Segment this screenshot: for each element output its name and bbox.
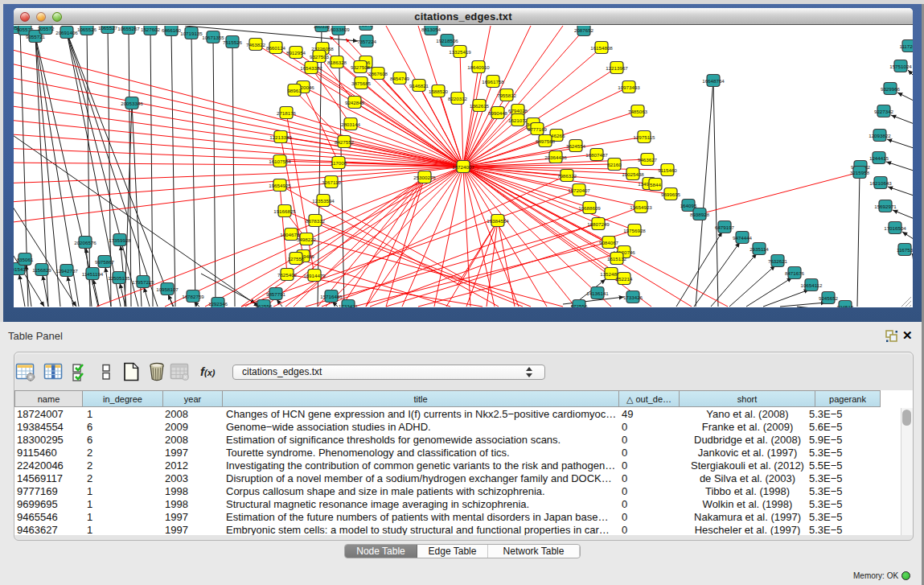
svg-text:16543382: 16543382 xyxy=(300,65,322,71)
svg-text:7625402: 7625402 xyxy=(277,272,298,278)
svg-text:3624554: 3624554 xyxy=(566,143,586,149)
svg-text:12942737: 12942737 xyxy=(55,268,78,274)
svg-text:8660124: 8660124 xyxy=(266,45,286,51)
svg-text:1117206: 1117206 xyxy=(899,43,913,49)
svg-text:19654923: 19654923 xyxy=(630,204,652,210)
svg-text:73572: 73572 xyxy=(359,26,373,27)
svg-text:2718176: 2718176 xyxy=(277,110,297,116)
svg-text:19756928: 19756928 xyxy=(623,228,646,233)
svg-text:10719135: 10719135 xyxy=(180,31,203,36)
svg-text:10654112: 10654112 xyxy=(800,282,823,288)
svg-text:9115460: 9115460 xyxy=(658,167,677,173)
svg-text:117006: 117006 xyxy=(331,160,347,166)
svg-text:8471676: 8471676 xyxy=(785,270,805,276)
svg-text:8912954: 8912954 xyxy=(286,50,306,56)
svg-text:7357224: 7357224 xyxy=(357,39,377,44)
svg-text:1733421: 1733421 xyxy=(339,303,359,308)
svg-text:924515: 924515 xyxy=(837,304,854,308)
svg-text:13325419: 13325419 xyxy=(449,49,471,55)
svg-text:164095: 164095 xyxy=(680,203,697,208)
svg-text:15751024: 15751024 xyxy=(889,64,912,69)
svg-text:10807487: 10807487 xyxy=(585,152,608,158)
svg-text:8427552: 8427552 xyxy=(335,139,355,145)
svg-text:16648764: 16648764 xyxy=(702,78,725,84)
svg-text:20691406: 20691406 xyxy=(55,30,78,35)
svg-text:1156829: 1156829 xyxy=(32,267,51,273)
svg-text:8678332: 8678332 xyxy=(306,218,326,224)
svg-text:25300275: 25300275 xyxy=(413,175,436,180)
svg-text:16107554: 16107554 xyxy=(269,159,291,164)
svg-text:6466160: 6466160 xyxy=(162,27,182,33)
svg-text:15720407: 15720407 xyxy=(568,187,590,193)
svg-text:12353594: 12353594 xyxy=(312,198,335,204)
svg-text:1621072: 1621072 xyxy=(508,117,528,123)
svg-text:1065526: 1065526 xyxy=(77,27,97,32)
svg-text:17359928: 17359928 xyxy=(109,237,131,243)
svg-text:16782759: 16782759 xyxy=(182,294,204,299)
svg-text:116753: 116753 xyxy=(897,247,913,253)
svg-text:9699695: 9699695 xyxy=(661,192,681,197)
svg-text:3498222: 3498222 xyxy=(297,237,317,242)
svg-text:3915411: 3915411 xyxy=(14,266,28,272)
svg-text:16914479: 16914479 xyxy=(303,273,326,278)
svg-text:16961758: 16961758 xyxy=(482,79,504,84)
svg-text:10688609: 10688609 xyxy=(578,205,601,211)
svg-text:1362615: 1362615 xyxy=(470,103,490,109)
svg-text:1292346: 1292346 xyxy=(208,301,228,307)
svg-text:1733426: 1733426 xyxy=(623,295,643,300)
svg-text:9245652: 9245652 xyxy=(819,295,839,301)
svg-text:127556: 127556 xyxy=(288,256,305,262)
svg-text:6794028: 6794028 xyxy=(508,108,528,113)
svg-text:10671355: 10671355 xyxy=(202,35,224,40)
svg-text:16210643: 16210643 xyxy=(869,180,892,186)
svg-text:1065527: 1065527 xyxy=(98,26,118,31)
svg-text:16154808: 16154808 xyxy=(590,45,613,51)
svg-text:7515526: 7515526 xyxy=(223,39,243,45)
svg-text:12975115: 12975115 xyxy=(633,134,655,140)
svg-text:7986322: 7986322 xyxy=(557,173,577,179)
svg-text:205572: 205572 xyxy=(38,26,55,31)
svg-text:98961: 98961 xyxy=(287,88,302,93)
svg-text:7955812: 7955812 xyxy=(497,93,517,98)
svg-text:3875685: 3875685 xyxy=(351,80,372,86)
svg-text:18724007: 18724007 xyxy=(452,164,474,170)
svg-text:19654925: 19654925 xyxy=(269,183,291,188)
svg-text:12093822: 12093822 xyxy=(869,133,891,138)
svg-text:972556: 972556 xyxy=(571,303,588,308)
svg-text:10973493: 10973493 xyxy=(618,84,640,90)
svg-text:8220312: 8220312 xyxy=(448,96,468,101)
svg-text:8990448: 8990448 xyxy=(488,110,508,116)
svg-text:19218506: 19218506 xyxy=(436,38,458,43)
svg-text:16033809: 16033809 xyxy=(327,27,350,32)
svg-text:9777169: 9777169 xyxy=(528,126,548,132)
svg-text:9146821: 9146821 xyxy=(409,83,429,89)
svg-text:12213389: 12213389 xyxy=(269,134,292,140)
svg-text:18807249: 18807249 xyxy=(587,221,610,227)
svg-text:9463627: 9463627 xyxy=(638,157,658,163)
svg-text:20206576: 20206576 xyxy=(74,240,97,245)
svg-text:1615132: 1615132 xyxy=(607,256,627,262)
svg-text:17016504: 17016504 xyxy=(884,225,906,231)
svg-text:15716485: 15716485 xyxy=(320,294,343,299)
svg-text:962556: 962556 xyxy=(256,303,273,308)
svg-text:14136141: 14136141 xyxy=(586,290,609,296)
svg-text:62160: 62160 xyxy=(607,162,622,167)
svg-text:19384554: 19384554 xyxy=(487,218,509,224)
svg-text:252214: 252214 xyxy=(616,276,633,282)
svg-text:19166825: 19166825 xyxy=(273,208,296,214)
svg-text:2867608: 2867608 xyxy=(368,71,388,76)
svg-text:10958107: 10958107 xyxy=(156,286,179,292)
svg-text:7485063: 7485063 xyxy=(628,109,648,114)
svg-text:18640910: 18640910 xyxy=(467,64,490,70)
svg-text:15692971: 15692971 xyxy=(874,204,897,209)
svg-text:1527602: 1527602 xyxy=(141,27,161,32)
svg-text:9227342: 9227342 xyxy=(874,109,894,114)
svg-text:12213967: 12213967 xyxy=(606,65,628,71)
svg-text:9327508: 9327508 xyxy=(351,64,371,70)
svg-text:20364436: 20364436 xyxy=(544,154,567,160)
svg-text:9975867: 9975867 xyxy=(95,259,115,265)
svg-text:3215958: 3215958 xyxy=(850,170,870,175)
svg-text:9242848: 9242848 xyxy=(345,100,365,105)
svg-text:2087652: 2087652 xyxy=(574,27,594,33)
svg-text:9084067: 9084067 xyxy=(599,240,619,245)
